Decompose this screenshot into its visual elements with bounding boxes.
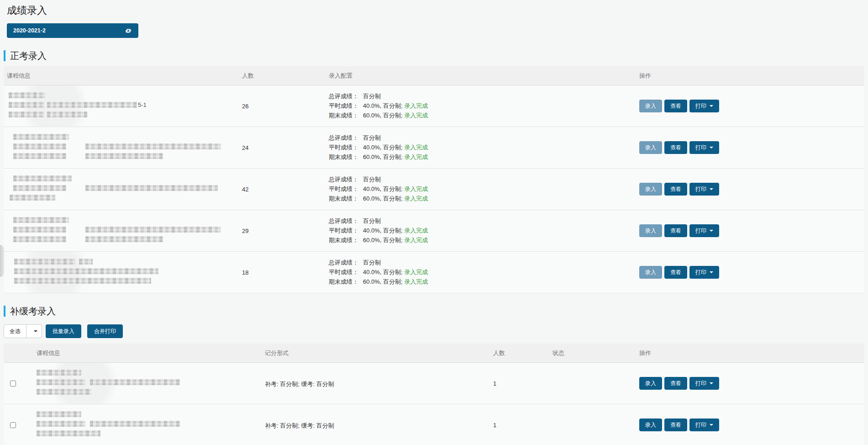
grade-entry-page: 成绩录入 2020-2021-2 正考录入 课程信息 人数 录入配置 操作 5-… [0, 0, 868, 445]
view-button[interactable]: 查看 [664, 141, 687, 154]
entry-config: 总评成绩：百分制 平时成绩：40.0%, 百分制; 录入完成 期末成绩：60.0… [326, 210, 636, 251]
col-count: 人数 [239, 72, 326, 80]
entry-button[interactable]: 录入 [639, 100, 662, 112]
view-button[interactable]: 查看 [664, 100, 687, 112]
student-count: 29 [239, 210, 326, 251]
status-entry-complete: 录入完成 [404, 185, 428, 192]
status-entry-complete: 录入完成 [404, 237, 428, 244]
status-entry-complete: 录入完成 [404, 102, 428, 109]
regular-table-header: 课程信息 人数 录入配置 操作 [4, 66, 864, 85]
status-entry-complete: 录入完成 [404, 195, 428, 202]
course-info-redacted [4, 127, 239, 168]
row-actions: 录入 查看 打印 [636, 210, 864, 251]
status-entry-complete: 录入完成 [404, 112, 428, 119]
course-info-redacted [33, 404, 262, 445]
student-count: 42 [239, 169, 326, 210]
row-actions: 录入 查看 打印 [636, 404, 864, 445]
entry-button[interactable]: 录入 [639, 224, 662, 237]
course-info-redacted [4, 169, 239, 210]
entry-button[interactable]: 录入 [639, 183, 662, 196]
student-count: 18 [239, 252, 326, 293]
scoring-format: 补考: 百分制; 缓考: 百分制 [262, 363, 490, 404]
chevron-down-icon [710, 230, 713, 232]
select-all-button[interactable]: 全选 [4, 324, 26, 338]
regular-section-title: 正考录入 [4, 50, 864, 61]
status-value [549, 404, 636, 445]
entry-button[interactable]: 录入 [639, 141, 662, 154]
chevron-down-icon [710, 188, 713, 190]
makeup-section-title: 补缓考录入 [4, 306, 864, 317]
regular-exam-table: 课程信息 人数 录入配置 操作 5-1 26 总评成绩：百分制 平时成绩：40.… [4, 66, 864, 293]
col-scoring-format: 记分形式 [262, 349, 490, 357]
status-entry-complete: 录入完成 [404, 144, 428, 151]
chevron-down-icon [710, 105, 713, 107]
term-selector-button[interactable]: 2020-2021-2 [7, 23, 138, 38]
print-dropdown-button[interactable]: 打印 [689, 419, 719, 431]
print-dropdown-button[interactable]: 打印 [689, 224, 719, 237]
student-count: 1 [490, 363, 549, 404]
entry-button[interactable]: 录入 [639, 419, 662, 431]
print-dropdown-button[interactable]: 打印 [689, 183, 719, 196]
makeup-toolbar: 全选 批量录入 合并打印 [4, 323, 864, 340]
row-actions: 录入 查看 打印 [636, 85, 864, 127]
col-entry-config: 录入配置 [326, 72, 636, 80]
status-entry-complete: 录入完成 [404, 278, 428, 285]
row-actions: 录入 查看 打印 [636, 169, 864, 210]
table-row: 补考: 百分制; 缓考: 百分制 1 录入 查看 打印 [4, 363, 864, 404]
col-actions: 操作 [636, 349, 864, 357]
entry-button[interactable]: 录入 [639, 377, 662, 390]
table-row: 42 总评成绩：百分制 平时成绩：40.0%, 百分制; 录入完成 期末成绩：6… [4, 169, 864, 210]
left-edge-artifact [0, 245, 4, 277]
status-value [549, 363, 636, 404]
makeup-table-header: 课程信息 记分形式 人数 状态 操作 [4, 344, 864, 363]
row-actions: 录入 查看 打印 [636, 363, 864, 404]
course-info-redacted [4, 252, 239, 293]
print-dropdown-button[interactable]: 打印 [689, 141, 719, 154]
entry-button[interactable]: 录入 [639, 266, 662, 279]
col-actions: 操作 [636, 72, 864, 80]
table-row: 24 总评成绩：百分制 平时成绩：40.0%, 百分制; 录入完成 期末成绩：6… [4, 127, 864, 169]
table-row: 29 总评成绩：百分制 平时成绩：40.0%, 百分制; 录入完成 期末成绩：6… [4, 210, 864, 252]
col-course-info: 课程信息 [4, 72, 239, 80]
makeup-exam-table: 课程信息 记分形式 人数 状态 操作 补考: 百分制; 缓考: 百分制 1 录入… [4, 344, 864, 445]
student-count: 24 [239, 127, 326, 168]
chevron-down-icon [710, 424, 713, 426]
entry-config: 总评成绩：百分制 平时成绩：40.0%, 百分制; 录入完成 期末成绩：60.0… [326, 127, 636, 168]
course-info-redacted [33, 363, 262, 404]
course-info-redacted [4, 210, 239, 251]
chevron-down-icon [710, 147, 713, 148]
print-dropdown-button[interactable]: 打印 [689, 266, 719, 279]
course-info-redacted: 5-1 [4, 85, 239, 127]
view-button[interactable]: 查看 [664, 266, 687, 279]
status-entry-complete: 录入完成 [404, 269, 428, 275]
switch-term-icon [125, 28, 132, 34]
chevron-down-icon [34, 330, 37, 332]
view-button[interactable]: 查看 [664, 183, 687, 196]
view-button[interactable]: 查看 [664, 377, 687, 390]
print-dropdown-button[interactable]: 打印 [689, 100, 719, 112]
col-count: 人数 [490, 349, 549, 357]
row-checkbox[interactable] [10, 381, 16, 387]
select-all-dropdown-button[interactable] [26, 324, 42, 338]
student-count: 1 [490, 404, 549, 445]
view-button[interactable]: 查看 [664, 419, 687, 431]
row-actions: 录入 查看 打印 [636, 127, 864, 168]
table-row: 5-1 26 总评成绩：百分制 平时成绩：40.0%, 百分制; 录入完成 期末… [4, 85, 864, 127]
chevron-down-icon [710, 271, 713, 273]
table-row: 补考: 百分制; 缓考: 百分制 1 录入 查看 打印 [4, 404, 864, 445]
batch-entry-button[interactable]: 批量录入 [46, 324, 81, 338]
col-course-info: 课程信息 [33, 349, 262, 357]
print-dropdown-button[interactable]: 打印 [689, 377, 719, 390]
student-count: 26 [239, 85, 326, 127]
col-status: 状态 [549, 349, 636, 357]
table-row: 18 总评成绩：百分制 平时成绩：40.0%, 百分制; 录入完成 期末成绩：6… [4, 252, 864, 293]
entry-config: 总评成绩：百分制 平时成绩：40.0%, 百分制; 录入完成 期末成绩：60.0… [326, 85, 636, 127]
merge-print-button[interactable]: 合并打印 [87, 324, 123, 338]
row-checkbox[interactable] [10, 422, 16, 428]
row-actions: 录入 查看 打印 [636, 252, 864, 293]
status-entry-complete: 录入完成 [404, 227, 428, 234]
view-button[interactable]: 查看 [664, 224, 687, 237]
scoring-format: 补考: 百分制; 缓考: 百分制 [262, 404, 490, 445]
term-selector-value: 2020-2021-2 [13, 27, 46, 34]
page-title: 成绩录入 [7, 4, 864, 17]
